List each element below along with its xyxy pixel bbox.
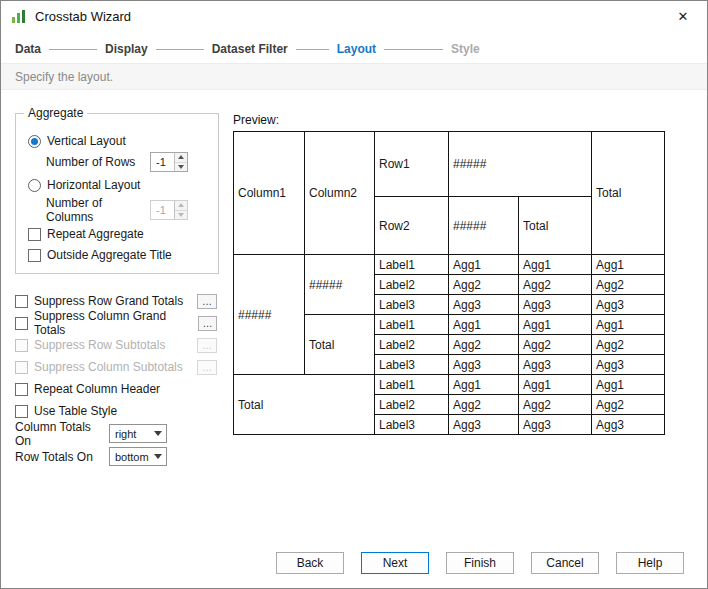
preview-cell: Agg3 bbox=[592, 295, 665, 315]
vertical-layout-radio[interactable] bbox=[28, 135, 41, 148]
number-of-rows-row: Number of Rows -1 bbox=[46, 152, 188, 172]
next-button[interactable]: Next bbox=[361, 552, 429, 574]
preview-cell-row1: Row1 bbox=[375, 132, 449, 197]
number-of-rows-spinner[interactable]: -1 bbox=[150, 152, 188, 172]
preview-cell: Agg2 bbox=[519, 395, 592, 415]
step-connector bbox=[156, 49, 204, 50]
preview-label: Preview: bbox=[233, 113, 279, 127]
step-display[interactable]: Display bbox=[105, 42, 148, 56]
preview-cell: Agg3 bbox=[449, 355, 519, 375]
suppress-column-subtotals-row: Suppress Column Subtotals … bbox=[15, 356, 217, 378]
number-of-rows-value[interactable]: -1 bbox=[151, 153, 174, 171]
preview-cell: Label2 bbox=[375, 275, 449, 295]
suppress-column-subtotals-checkbox bbox=[15, 361, 28, 374]
preview-cell: Agg1 bbox=[449, 375, 519, 395]
aggregate-groupbox: Aggregate Vertical Layout Number of Rows… bbox=[15, 113, 219, 274]
preview-cell: Agg3 bbox=[519, 355, 592, 375]
spinner-buttons bbox=[174, 153, 187, 171]
step-dataset-filter[interactable]: Dataset Filter bbox=[212, 42, 288, 56]
cancel-button[interactable]: Cancel bbox=[531, 552, 599, 574]
preview-cell-col-total: Total bbox=[305, 315, 375, 375]
preview-cell: Agg1 bbox=[592, 315, 665, 335]
preview-cell: Agg2 bbox=[592, 335, 665, 355]
column-totals-on-label: Column Totals On bbox=[15, 420, 109, 448]
wizard-steps: Data Display Dataset Filter Layout Style bbox=[15, 42, 693, 56]
footer: Back Next Finish Cancel Help bbox=[276, 552, 684, 574]
suppress-row-grand-totals-more-button[interactable]: … bbox=[197, 294, 217, 309]
suppress-row-grand-totals-label: Suppress Row Grand Totals bbox=[34, 294, 183, 308]
help-button[interactable]: Help bbox=[616, 552, 684, 574]
spinner-down-icon[interactable] bbox=[175, 162, 187, 172]
preview-cell-row2-total: Total bbox=[519, 197, 592, 255]
vertical-layout-label: Vertical Layout bbox=[47, 134, 126, 148]
spinner-up-icon bbox=[175, 201, 187, 210]
preview-cell: Agg3 bbox=[519, 295, 592, 315]
preview-cell: Agg2 bbox=[592, 395, 665, 415]
preview-cell-row1-agg: ##### bbox=[449, 132, 592, 197]
suppress-column-grand-totals-label: Suppress Column Grand Totals bbox=[34, 309, 192, 337]
preview-cell: Agg2 bbox=[449, 395, 519, 415]
preview-cell: Agg1 bbox=[519, 255, 592, 275]
preview-cell: Agg3 bbox=[592, 355, 665, 375]
use-table-style-label: Use Table Style bbox=[34, 404, 117, 418]
preview-cell: Agg1 bbox=[519, 315, 592, 335]
preview-cell: Agg2 bbox=[519, 275, 592, 295]
finish-button[interactable]: Finish bbox=[446, 552, 514, 574]
preview-cell-row2-agg: ##### bbox=[449, 197, 519, 255]
repeat-column-header-checkbox[interactable] bbox=[15, 383, 28, 396]
step-data[interactable]: Data bbox=[15, 42, 41, 56]
number-of-columns-row: Number of Columns -1 bbox=[46, 196, 188, 224]
preview-cell: Agg2 bbox=[449, 335, 519, 355]
suppress-column-subtotals-label: Suppress Column Subtotals bbox=[34, 360, 183, 374]
subtitle-bar: Specify the layout. bbox=[1, 63, 707, 90]
suppress-row-subtotals-more-button: … bbox=[197, 338, 217, 353]
use-table-style-checkbox[interactable] bbox=[15, 405, 28, 418]
number-of-rows-label: Number of Rows bbox=[46, 155, 150, 169]
column-totals-on-value: right bbox=[110, 428, 154, 440]
preview-cell: Agg1 bbox=[592, 375, 665, 395]
subtitle-text: Specify the layout. bbox=[15, 70, 113, 84]
step-connector bbox=[49, 49, 97, 50]
repeat-aggregate-checkbox[interactable] bbox=[28, 228, 41, 241]
chevron-down-icon bbox=[154, 431, 162, 436]
preview-cell: Label1 bbox=[375, 255, 449, 275]
horizontal-layout-radio[interactable] bbox=[28, 179, 41, 192]
preview-cell: Agg1 bbox=[449, 315, 519, 335]
outside-aggregate-title-checkbox[interactable] bbox=[28, 249, 41, 262]
suppress-column-subtotals-more-button: … bbox=[197, 360, 217, 375]
repeat-column-header-label: Repeat Column Header bbox=[34, 382, 160, 396]
close-icon[interactable]: ✕ bbox=[669, 9, 697, 24]
chevron-down-icon bbox=[154, 454, 162, 459]
preview-cell-right-total: Total bbox=[592, 132, 665, 255]
preview-cell-grand-total: Total bbox=[234, 375, 375, 435]
number-of-columns-label: Number of Columns bbox=[46, 196, 150, 224]
row-totals-on-dropdown[interactable]: bottom bbox=[109, 447, 167, 466]
suppress-column-grand-totals-checkbox[interactable] bbox=[15, 317, 28, 330]
step-connector bbox=[384, 49, 443, 50]
preview-table: Column1 Column2 Row1 ##### Total Row2 ##… bbox=[233, 131, 665, 435]
crosstab-chart-icon bbox=[11, 8, 27, 24]
vertical-layout-row: Vertical Layout bbox=[28, 134, 126, 148]
preview-cell-column2: Column2 bbox=[305, 132, 375, 255]
preview-cell-column1: Column1 bbox=[234, 132, 305, 255]
spinner-up-icon[interactable] bbox=[175, 153, 187, 162]
row-totals-on-value: bottom bbox=[110, 451, 154, 463]
preview-cell: Agg3 bbox=[519, 415, 592, 435]
horizontal-layout-label: Horizontal Layout bbox=[47, 178, 140, 192]
repeat-column-header-row: Repeat Column Header bbox=[15, 378, 217, 400]
preview-cell: Label3 bbox=[375, 355, 449, 375]
step-style[interactable]: Style bbox=[451, 42, 480, 56]
suppress-row-grand-totals-checkbox[interactable] bbox=[15, 295, 28, 308]
preview-cell: Agg2 bbox=[592, 275, 665, 295]
preview-cell-row-group: ##### bbox=[234, 255, 305, 375]
preview-cell-row2: Row2 bbox=[375, 197, 449, 255]
column-totals-on-row: Column Totals On right bbox=[15, 422, 217, 445]
preview-cell: Label3 bbox=[375, 415, 449, 435]
step-layout[interactable]: Layout bbox=[337, 42, 376, 56]
column-totals-on-dropdown[interactable]: right bbox=[109, 424, 167, 443]
back-button[interactable]: Back bbox=[276, 552, 344, 574]
suppress-row-subtotals-label: Suppress Row Subtotals bbox=[34, 338, 165, 352]
suppress-column-grand-totals-more-button[interactable]: … bbox=[198, 316, 217, 331]
spinner-down-icon bbox=[175, 210, 187, 220]
layout-options: Suppress Row Grand Totals … Suppress Col… bbox=[15, 290, 217, 468]
